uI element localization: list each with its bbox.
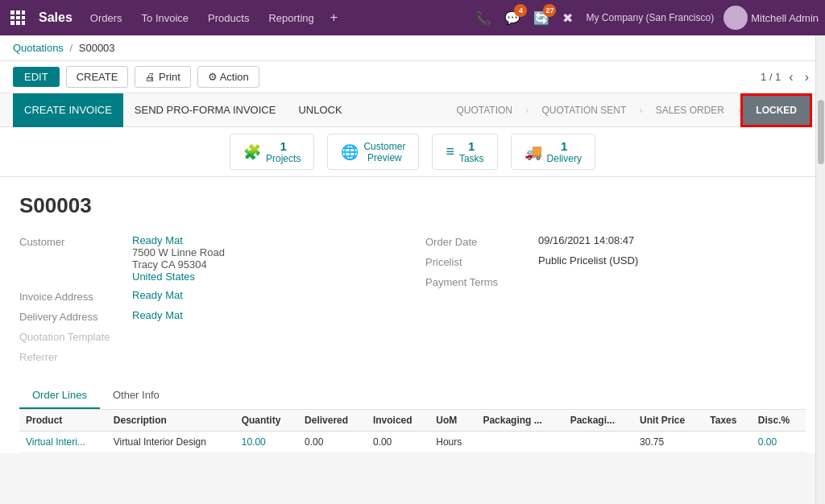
customer-address: Ready Mat 7500 W Linne Road Tracy CA 953… <box>132 234 225 283</box>
pricelist-row: Pricelist Public Pricelist (USD) <box>425 254 806 268</box>
tasks-smart-button[interactable]: ≡ 1 Tasks <box>432 134 497 170</box>
pricelist-label: Pricelist <box>425 254 538 268</box>
settings-icon[interactable]: ✖ <box>559 7 576 29</box>
svg-rect-0 <box>10 10 15 14</box>
print-button[interactable]: 🖨 Print <box>135 66 190 88</box>
chat-icon[interactable]: 💬 4 <box>501 7 524 29</box>
breadcrumb: Quotations / S00003 <box>0 35 825 61</box>
company-label[interactable]: My Company (San Francisco) <box>579 12 720 23</box>
customer-address3[interactable]: United States <box>132 271 225 283</box>
col-invoiced: Invoiced <box>367 410 429 432</box>
col-product: Product <box>19 410 107 432</box>
col-disc: Disc.% <box>752 410 806 432</box>
col-uom: UoM <box>429 410 476 432</box>
puzzle-icon: 🧩 <box>243 143 261 161</box>
col-description: Description <box>107 410 235 432</box>
breadcrumb-current: S00003 <box>79 42 115 54</box>
action-button[interactable]: ⚙ Action <box>197 66 259 88</box>
chat-badge: 4 <box>514 4 527 17</box>
brand-label[interactable]: Sales <box>32 10 79 25</box>
svg-rect-4 <box>16 16 20 19</box>
truck-icon: 🚚 <box>524 143 542 161</box>
col-packaging2: Packagi... <box>564 410 633 432</box>
create-invoice-button[interactable]: CREATE INVOICE <box>13 93 123 127</box>
nav-add-icon[interactable]: + <box>325 7 342 28</box>
user-name-label[interactable]: Mitchell Admin <box>751 12 819 24</box>
customer-name[interactable]: Ready Mat <box>132 234 225 246</box>
gear-icon: ⚙ <box>208 71 218 83</box>
right-form-column: Order Date 09/16/2021 14:08:47 Pricelist… <box>425 234 806 370</box>
delivery-address-value[interactable]: Ready Mat <box>132 309 183 321</box>
order-date-label: Order Date <box>425 234 538 248</box>
customer-row: Customer Ready Mat 7500 W Linne Road Tra… <box>19 234 400 283</box>
phone-icon[interactable]: 📞 <box>472 7 495 29</box>
col-quantity: Quantity <box>235 410 298 432</box>
stage-locked[interactable]: LOCKED <box>740 93 812 127</box>
tab-other-info[interactable]: Other Info <box>100 382 172 409</box>
invoice-address-value[interactable]: Ready Mat <box>132 289 183 301</box>
row-packaging1 <box>476 432 563 453</box>
customer-label: Customer <box>19 234 132 248</box>
nav-products[interactable]: Products <box>200 9 257 27</box>
stage-quotation[interactable]: QUOTATION <box>443 93 525 127</box>
nav-to-invoice[interactable]: To Invoice <box>134 9 197 27</box>
row-uom: Hours <box>429 432 476 453</box>
unlock-button[interactable]: UNLOCK <box>287 93 353 127</box>
status-bar: CREATE INVOICE SEND PRO-FORMA INVOICE UN… <box>0 93 825 127</box>
svg-rect-1 <box>16 10 20 14</box>
user-avatar[interactable] <box>723 6 748 30</box>
nav-icon-group: 📞 💬 4 🔄 27 ✖ <box>472 7 576 29</box>
order-lines-table: Product Description Quantity Delivered I… <box>19 410 806 453</box>
smart-buttons-bar: 🧩 1 Projects 🌐 Customer Preview ≡ 1 Task… <box>0 127 825 177</box>
row-quantity: 10.00 <box>235 432 298 453</box>
stage-sales-order[interactable]: SALES ORDER <box>643 93 737 127</box>
payment-terms-label: Payment Terms <box>425 275 538 288</box>
nav-orders[interactable]: Orders <box>82 9 131 27</box>
create-button[interactable]: CREATE <box>66 66 129 88</box>
table-row: Virtual Interi... Virtual Interior Desig… <box>19 432 806 453</box>
pager: 1 / 1 ‹ › <box>761 68 812 86</box>
tab-order-lines[interactable]: Order Lines <box>19 382 100 409</box>
tabs-bar: Order Lines Other Info <box>19 382 806 410</box>
pager-prev-button[interactable]: ‹ <box>786 68 796 86</box>
referrer-row: Referrer <box>19 349 400 363</box>
scrollbar[interactable] <box>815 35 825 504</box>
delivery-address-label: Delivery Address <box>19 309 132 323</box>
row-unit-price: 30.75 <box>633 432 703 453</box>
form-fields: Customer Ready Mat 7500 W Linne Road Tra… <box>19 234 806 370</box>
col-packaging1: Packaging ... <box>476 410 563 432</box>
left-form-column: Customer Ready Mat 7500 W Linne Road Tra… <box>19 234 400 370</box>
nav-reporting[interactable]: Reporting <box>260 9 321 27</box>
row-description: Virtual Interior Design <box>107 432 235 453</box>
grid-menu-icon[interactable] <box>6 6 29 29</box>
invoice-address-label: Invoice Address <box>19 289 132 303</box>
action-bar: EDIT CREATE 🖨 Print ⚙ Action 1 / 1 ‹ › <box>0 61 825 93</box>
payment-terms-row: Payment Terms <box>425 275 806 288</box>
row-delivered: 0.00 <box>298 432 367 453</box>
scrollbar-thumb[interactable] <box>818 100 824 164</box>
delivery-address-row: Delivery Address Ready Mat <box>19 309 400 323</box>
projects-smart-button[interactable]: 🧩 1 Projects <box>230 134 314 170</box>
pager-next-button[interactable]: › <box>802 68 812 86</box>
customer-address1: 7500 W Linne Road <box>132 246 225 258</box>
svg-point-9 <box>730 10 741 21</box>
svg-point-10 <box>726 22 745 30</box>
send-proforma-button[interactable]: SEND PRO-FORMA INVOICE <box>123 93 288 127</box>
svg-rect-3 <box>10 16 15 19</box>
stage-quotation-sent[interactable]: QUOTATION SENT <box>529 93 639 127</box>
tasks-icon: ≡ <box>446 143 454 160</box>
referrer-label: Referrer <box>19 349 132 363</box>
row-product[interactable]: Virtual Interi... <box>19 432 107 453</box>
svg-rect-2 <box>22 10 25 14</box>
activity-icon[interactable]: 🔄 27 <box>530 7 553 29</box>
row-packaging2 <box>564 432 633 453</box>
edit-button[interactable]: EDIT <box>13 67 60 87</box>
breadcrumb-parent[interactable]: Quotations <box>13 42 64 54</box>
pager-text: 1 / 1 <box>761 71 781 83</box>
delivery-smart-button[interactable]: 🚚 1 Delivery <box>511 134 595 170</box>
svg-rect-7 <box>16 21 20 25</box>
customer-preview-smart-button[interactable]: 🌐 Customer Preview <box>327 134 419 170</box>
main-content: S00003 Customer Ready Mat 7500 W Linne R… <box>0 177 825 453</box>
invoice-address-row: Invoice Address Ready Mat <box>19 289 400 303</box>
table-header-row: Product Description Quantity Delivered I… <box>19 410 806 432</box>
